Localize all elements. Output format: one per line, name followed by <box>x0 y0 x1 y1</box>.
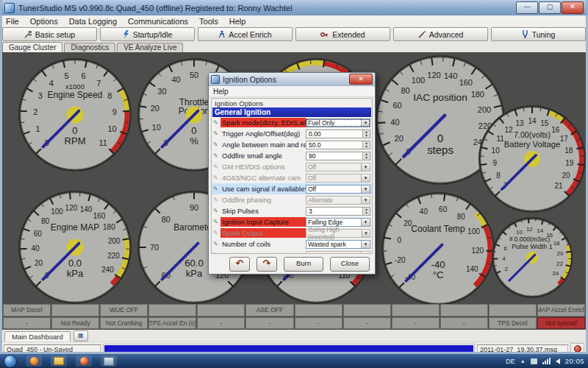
spinner-arrows-icon[interactable]: ▲▼ <box>362 208 370 215</box>
indicator-wue-off: WUE OFF <box>100 304 148 316</box>
maximize-button[interactable]: ▢ <box>539 1 561 14</box>
toolbar-button-tuning[interactable]: Tuning <box>491 27 586 41</box>
indicator-panel: MAP DecelWUE OFFASE OFFMAP Accel Enrich-… <box>3 304 585 329</box>
redo-button[interactable]: ↷ <box>257 257 277 272</box>
combo-4g63-ngc-alternate-cam[interactable]: Off▼ <box>306 174 370 183</box>
menu-item-help[interactable]: Help <box>229 17 246 26</box>
dialog-row-angle-between-main-and-return-deg: ✎Angle between main and return(deg)50.0▲… <box>212 139 372 150</box>
media-app-icon[interactable] <box>76 355 92 367</box>
chevron-down-icon: ▼ <box>361 219 370 226</box>
app-icon <box>4 3 15 13</box>
svg-text:8: 8 <box>496 171 501 180</box>
spinner-oddfire-small-angle[interactable]: 90▲▼ <box>306 152 370 160</box>
spinner-arrows-icon[interactable]: ▲▼ <box>362 152 370 160</box>
status-bar: Quad_450 - Un-Saved 2011-01-27_19.30.37.… <box>2 342 586 355</box>
toolbar-button-advanced[interactable]: Advanced <box>393 27 488 41</box>
svg-text:6: 6 <box>81 71 85 80</box>
group-label: Ignition Options <box>212 99 372 107</box>
svg-text:Battery Voltage: Battery Voltage <box>504 140 561 149</box>
chevron-down-icon: ▼ <box>361 163 370 171</box>
coolant-temp-gauge: -40-20020406080100120140Coolant Temp-40°… <box>380 191 496 307</box>
language-indicator[interactable]: DE <box>506 358 515 365</box>
dialog-row-skip-pulses: ✎Skip Pulses3▲▼ <box>212 205 372 216</box>
volume-icon[interactable] <box>556 358 560 364</box>
row-label: Ignition Input Capture <box>220 217 306 227</box>
toolbar-button-extended[interactable]: Extended <box>295 27 390 41</box>
menu-item-data-logging[interactable]: Data Logging <box>69 17 117 26</box>
svg-text:180: 180 <box>103 223 115 231</box>
tuning-fork-icon <box>522 30 528 38</box>
dialog-close-button[interactable]: ✕ <box>349 74 373 85</box>
tab-main-dashboard[interactable]: Main Dashboard <box>4 331 71 342</box>
svg-text:240: 240 <box>101 266 114 274</box>
show-hidden-icons-icon[interactable]: ▲ <box>520 358 526 364</box>
spinner-skip-pulses[interactable]: 3▲▼ <box>306 207 370 216</box>
toolbar-button-basic-setup[interactable]: Basic setup <box>2 27 97 41</box>
svg-text:7.00(volts): 7.00(volts) <box>514 130 551 139</box>
combo-oddfire-phasing[interactable]: Alternate▼ <box>306 196 370 205</box>
menu-item-options[interactable]: Options <box>30 17 58 26</box>
combo-spark-a-output-pin-d14-preferred[interactable]: D14▼ <box>306 251 370 255</box>
undo-button[interactable]: ↶ <box>229 257 250 272</box>
close-button[interactable]: ✕ <box>562 1 584 14</box>
record-icon <box>574 345 581 353</box>
network-icon[interactable] <box>542 358 551 364</box>
tab-diagnostics[interactable]: Diagnostics <box>64 43 115 52</box>
chevron-down-icon: ▼ <box>361 252 370 255</box>
dialog-close-action-button[interactable]: Close <box>330 257 370 272</box>
start-button[interactable] <box>4 355 17 368</box>
svg-text:20: 20 <box>557 250 564 257</box>
svg-text:30: 30 <box>157 87 166 96</box>
tab-gauge-cluster[interactable]: Gauge Cluster <box>2 42 62 52</box>
svg-text:Engine Speed: Engine Speed <box>48 90 103 100</box>
svg-text:11: 11 <box>98 138 107 147</box>
svg-text:-20: -20 <box>395 256 406 264</box>
svg-text:21: 21 <box>555 182 564 190</box>
indicator-: - <box>295 317 343 330</box>
chevron-down-icon: ▼ <box>361 197 370 204</box>
dialog-row-4g63-ngc-alternate-cam: ✎4G63/NGC alternate camOff▼ <box>212 172 372 183</box>
edit-pencil-icon: ✎ <box>213 174 220 181</box>
dialog-row-spark-a-output-pin-d14-preferred: ✎Spark A output pin (D14 preferred)D14▼ <box>212 250 372 254</box>
svg-text:140: 140 <box>80 205 93 213</box>
indicator-tps-accel-en-o: TPS Accel En (o) <box>148 317 196 330</box>
combo-spark-mode-dizzy-edis-wheel[interactable]: Fuel Only▼ <box>306 118 370 127</box>
toolbar-button-startup-idle[interactable]: Startup/Idle <box>100 27 195 41</box>
minimize-button[interactable]: — <box>516 1 538 14</box>
svg-text:RPM: RPM <box>64 135 85 146</box>
menu-item-tools[interactable]: Tools <box>199 17 218 26</box>
svg-text:90: 90 <box>190 203 198 212</box>
combo-number-of-coils[interactable]: Wasted spark▼ <box>306 240 370 249</box>
menu-item-file[interactable]: File <box>6 17 19 26</box>
burn-button[interactable]: Burn <box>284 257 323 272</box>
add-dashboard-button[interactable]: ▦ <box>74 330 88 342</box>
menu-item-communications[interactable]: Communications <box>128 17 188 26</box>
combo-spark-output[interactable]: Going High (Inverted)▼ <box>306 229 370 238</box>
spinner-arrows-icon[interactable]: ▲▼ <box>362 130 370 138</box>
dialog-rows: ✎Spark mode(dizzy, EDIS,wheel)Fuel Only▼… <box>212 117 372 254</box>
menu-item-help[interactable]: Help <box>213 88 229 96</box>
svg-text:60.0: 60.0 <box>184 258 203 269</box>
row-label: Spark mode(dizzy, EDIS,wheel) <box>220 118 306 127</box>
combo-gm-hei-dis-options[interactable]: Off▼ <box>306 163 370 171</box>
svg-text:0: 0 <box>437 132 443 144</box>
browser-icon[interactable] <box>26 355 42 367</box>
spinner-angle-between-main-and-return-deg[interactable]: 50.0▲▼ <box>306 141 370 149</box>
folder-icon[interactable] <box>51 355 67 367</box>
record-button[interactable] <box>570 343 584 355</box>
indicator-r1-c8 <box>343 304 391 316</box>
dialog-titlebar[interactable]: Ignition Options ✕ <box>209 73 375 86</box>
progress-bar <box>103 344 475 353</box>
combo-use-cam-signal-if-available[interactable]: Off▼ <box>306 185 370 194</box>
tab-ve-analyze-live[interactable]: VE Analyze Live <box>117 43 183 52</box>
action-center-icon[interactable] <box>531 358 537 364</box>
app-window-icon[interactable] <box>101 355 117 367</box>
window-title: TunerStudio MS v0.990.8c Quad_450 (offli… <box>18 4 293 13</box>
toolbar-button-accel-enrich[interactable]: Accel Enrich <box>198 27 293 41</box>
spinner-arrows-icon[interactable]: ▲▼ <box>362 141 370 149</box>
taskbar-clock[interactable]: 20:05 <box>565 357 584 365</box>
window-controls: — ▢ ✕ <box>516 1 584 14</box>
svg-text:220: 220 <box>107 252 120 260</box>
spinner-trigger-angle-offset-deg[interactable]: 0.00▲▼ <box>306 130 370 138</box>
chevron-down-icon: ▼ <box>361 119 370 127</box>
